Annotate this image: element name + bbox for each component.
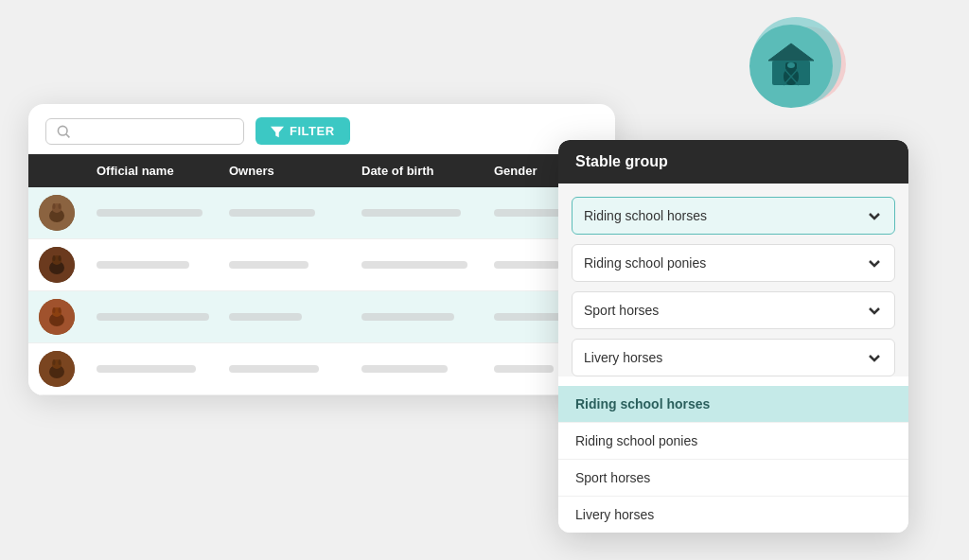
- svg-point-19: [59, 255, 62, 261]
- svg-point-28: [53, 359, 56, 365]
- chevron-down-icon: [866, 302, 883, 319]
- svg-point-13: [53, 203, 56, 209]
- svg-line-8: [66, 133, 70, 137]
- search-input[interactable]: [77, 124, 234, 138]
- stable-group-panel: Stable group Riding school horses Riding…: [558, 140, 908, 533]
- avatar-cell: [28, 195, 85, 231]
- option-riding-school-horses[interactable]: Riding school horses: [558, 386, 908, 423]
- table-row[interactable]: [28, 187, 615, 239]
- cell-name: [85, 313, 218, 321]
- cell-name: [85, 209, 218, 217]
- dropdown-riding-school-horses[interactable]: Riding school horses: [572, 197, 895, 235]
- cell-dob: [350, 261, 483, 269]
- svg-point-24: [59, 307, 62, 313]
- svg-point-6: [787, 62, 795, 68]
- table-row[interactable]: [28, 343, 615, 395]
- barn-circle: [749, 25, 833, 108]
- avatar: [39, 195, 75, 231]
- option-livery-horses[interactable]: Livery horses: [558, 497, 908, 533]
- cell-owners: [218, 365, 350, 373]
- svg-point-7: [58, 126, 67, 135]
- horse-avatar-icon: [39, 247, 75, 283]
- avatar-cell: [28, 299, 85, 335]
- dropdown-riding-school-ponies[interactable]: Riding school ponies: [572, 244, 895, 282]
- table-row[interactable]: [28, 239, 615, 291]
- chevron-down-icon: [866, 207, 883, 224]
- dropdown-options-list: Riding school horses Riding school ponie…: [558, 386, 908, 533]
- col-owners: Owners: [218, 164, 350, 178]
- svg-point-23: [53, 307, 56, 313]
- option-riding-school-ponies[interactable]: Riding school ponies: [558, 423, 908, 460]
- chevron-down-icon: [866, 254, 883, 271]
- horse-avatar-icon: [39, 351, 75, 387]
- avatar: [39, 351, 75, 387]
- avatar-cell: [28, 351, 85, 387]
- cell-owners: [218, 209, 350, 217]
- avatar-cell: [28, 247, 85, 283]
- cell-dob: [350, 365, 483, 373]
- search-input-wrapper[interactable]: [45, 118, 244, 145]
- cell-owners: [218, 261, 350, 269]
- cell-dob: [350, 313, 483, 321]
- stable-group-title: Stable group: [558, 140, 908, 184]
- svg-marker-9: [271, 126, 284, 136]
- dropdown-livery-horses[interactable]: Livery horses: [572, 339, 895, 376]
- svg-point-29: [59, 359, 62, 365]
- dropdown-sport-horses[interactable]: Sport horses: [572, 291, 895, 329]
- cell-name: [85, 365, 218, 373]
- search-icon: [56, 124, 71, 139]
- svg-marker-0: [768, 44, 814, 61]
- table-row[interactable]: [28, 291, 615, 343]
- chevron-down-icon: [866, 349, 883, 366]
- stable-group-body: Riding school horses Riding school ponie…: [558, 184, 908, 376]
- svg-point-18: [53, 255, 56, 261]
- avatar: [39, 299, 75, 335]
- cell-name: [85, 261, 218, 269]
- horse-avatar-icon: [39, 195, 75, 231]
- option-sport-horses[interactable]: Sport horses: [558, 460, 908, 497]
- table-header: Official name Owners Date of birth Gende…: [28, 154, 615, 187]
- filter-label: FILTER: [290, 124, 335, 138]
- barn-icon-wrapper: [742, 17, 846, 121]
- cell-owners: [218, 313, 350, 321]
- barn-icon: [765, 40, 818, 93]
- search-bar: FILTER: [28, 104, 615, 154]
- svg-point-14: [59, 203, 62, 209]
- col-official-name: Official name: [85, 164, 218, 178]
- col-avatar: [28, 164, 85, 178]
- scene: FILTER Official name Owners Date of birt…: [0, 0, 969, 560]
- avatar: [39, 247, 75, 283]
- filter-icon: [271, 125, 284, 138]
- cell-dob: [350, 209, 483, 217]
- table-card: FILTER Official name Owners Date of birt…: [28, 104, 615, 395]
- horse-avatar-icon: [39, 299, 75, 335]
- filter-button[interactable]: FILTER: [255, 117, 350, 145]
- col-dob: Date of birth: [350, 164, 483, 178]
